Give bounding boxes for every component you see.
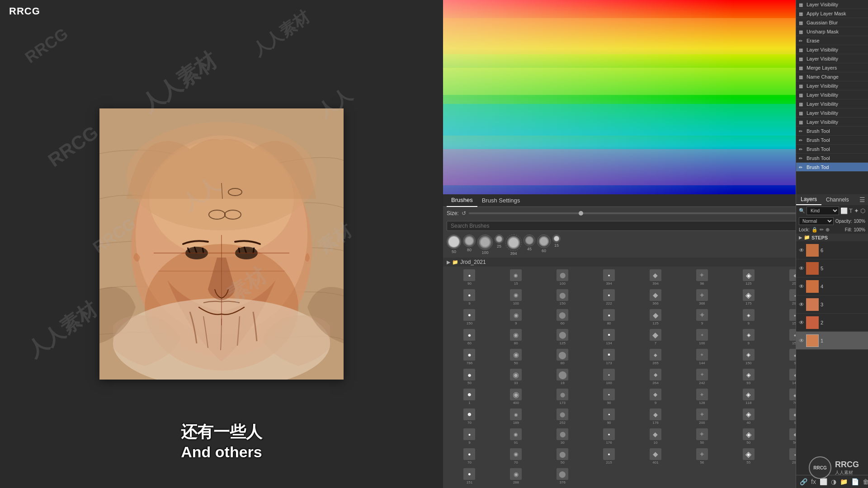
history-item-3[interactable]: Unsharp Mask: [796, 27, 868, 36]
brush-grid-item-2[interactable]: ⬤100: [540, 268, 585, 287]
layer-eye-1[interactable]: 👁: [799, 265, 804, 272]
history-item-6[interactable]: Layer Visibility: [796, 54, 868, 63]
layer-item-3[interactable]: 👁3: [796, 296, 868, 314]
brush-grid-item-27[interactable]: ●60: [447, 328, 492, 347]
brush-grid-item-41[interactable]: ✦144: [679, 348, 725, 367]
brush-grid-item-63[interactable]: ●70: [447, 408, 492, 427]
brush-grid-item-37[interactable]: ◉50: [493, 348, 539, 367]
brush-grid-item-40[interactable]: ◆265: [633, 348, 679, 367]
brush-grid-item-5[interactable]: ✦98: [679, 268, 725, 287]
history-item-14[interactable]: Brush Tool: [796, 127, 868, 136]
layer-item-4[interactable]: 👁2: [796, 314, 868, 332]
brush-grid-item-10[interactable]: ◉100: [493, 288, 539, 307]
brush-grid-item-66[interactable]: ▪90: [586, 408, 632, 427]
brush-grid-item-1[interactable]: ◉15: [493, 268, 539, 287]
brush-grid-item-77[interactable]: ✦50: [679, 427, 725, 446]
brush-grid-item-76[interactable]: ◆10: [633, 427, 679, 446]
brush-grid-item-12[interactable]: ▪222: [586, 288, 632, 307]
brush-grid-item-23[interactable]: ✦9: [679, 308, 725, 327]
brush-grid-item-57[interactable]: ▪90: [586, 388, 632, 407]
layer-filter-icon-3[interactable]: ✦: [854, 207, 859, 214]
layer-eye-3[interactable]: 👁: [799, 301, 804, 308]
layer-filter-icon-2[interactable]: T: [849, 207, 853, 214]
brush-grid-item-21[interactable]: ▪80: [586, 308, 632, 327]
brush-grid-item-78[interactable]: ◈50: [726, 427, 771, 446]
brush-grid-item-65[interactable]: ⬤252: [540, 408, 585, 427]
brush-grid-item-90[interactable]: ●151: [447, 467, 492, 486]
brush-grid-item-0[interactable]: ●90: [447, 268, 492, 287]
delete-layer-button[interactable]: 🗑: [862, 477, 868, 486]
history-item-15[interactable]: Brush Tool: [796, 136, 868, 145]
brush-preset-6[interactable]: 60: [537, 235, 551, 256]
lock-paint-icon[interactable]: ✏: [820, 227, 824, 233]
brush-grid-item-64[interactable]: ◉189: [493, 408, 539, 427]
brush-preset-5[interactable]: 45: [524, 235, 535, 256]
brush-grid-item-67[interactable]: ◆176: [633, 408, 679, 427]
brush-grid-item-74[interactable]: ⬤30: [540, 427, 585, 446]
history-item-5[interactable]: Layer Visibility: [796, 45, 868, 54]
brush-grid-item-29[interactable]: ⬤125: [540, 328, 585, 347]
tab-channels[interactable]: Channels: [821, 194, 854, 205]
history-item-10[interactable]: Layer Visibility: [796, 90, 868, 99]
brush-grid-item-82[interactable]: ◉70: [493, 447, 539, 466]
history-item-8[interactable]: Name Change: [796, 72, 868, 81]
brush-grid-item-85[interactable]: ◆401: [633, 447, 679, 466]
lock-position-icon[interactable]: ⊕: [826, 227, 830, 233]
brush-grid-item-32[interactable]: ✦100: [679, 328, 725, 347]
layers-kind-select[interactable]: Kind: [807, 206, 839, 215]
layer-item-0[interactable]: 👁6: [796, 241, 868, 259]
history-item-11[interactable]: Layer Visibility: [796, 99, 868, 108]
history-item-9[interactable]: Layer Visibility: [796, 81, 868, 90]
brush-grid-item-48[interactable]: ▪100: [586, 368, 632, 387]
brush-grid-item-6[interactable]: ◈125: [726, 268, 771, 287]
history-item-1[interactable]: Apply Layer Mask: [796, 9, 868, 18]
brush-grid-item-55[interactable]: ◉400: [493, 388, 539, 407]
layer-filter-icon-4[interactable]: ⬡: [860, 207, 865, 214]
brush-grid-item-69[interactable]: ◈40: [726, 408, 771, 427]
brush-grid-item-31[interactable]: ◆7: [633, 328, 679, 347]
brush-grid-item-3[interactable]: ▪394: [586, 268, 632, 287]
brush-grid-item-60[interactable]: ◈118: [726, 388, 771, 407]
brush-grid-item-33[interactable]: ◈9: [726, 328, 771, 347]
brush-grid-item-91[interactable]: ◉288: [493, 467, 539, 486]
brush-grid-item-13[interactable]: ◆366: [633, 288, 679, 307]
brush-grid-item-92[interactable]: ⬤376: [540, 467, 585, 486]
brush-grid-item-15[interactable]: ◈175: [726, 288, 771, 307]
brush-grid-item-28[interactable]: ◉80: [493, 328, 539, 347]
brush-grid-item-19[interactable]: ◉9: [493, 308, 539, 327]
brush-grid-item-72[interactable]: ●9: [447, 427, 492, 446]
brush-grid-item-59[interactable]: ✦128: [679, 388, 725, 407]
brush-grid-item-51[interactable]: ◈93: [726, 368, 771, 387]
brush-grid-item-20[interactable]: ⬤60: [540, 308, 585, 327]
brush-preset-0[interactable]: 50: [447, 235, 461, 256]
brush-grid-item-30[interactable]: ▪134: [586, 328, 632, 347]
brush-grid-item-14[interactable]: ✦366: [679, 288, 725, 307]
brush-grid-item-54[interactable]: ●1: [447, 388, 492, 407]
tab-brush-settings[interactable]: Brush Settings: [477, 194, 525, 207]
tab-layers[interactable]: Layers: [796, 194, 821, 205]
layer-eye-4[interactable]: 👁: [799, 319, 804, 326]
brush-preset-2[interactable]: 100: [477, 235, 493, 256]
history-item-4[interactable]: Erase: [796, 36, 868, 45]
lock-transparency-icon[interactable]: 🔒: [811, 227, 818, 233]
brush-grid-item-4[interactable]: ◆394: [633, 268, 679, 287]
brush-grid-item-83[interactable]: ⬤50: [540, 447, 585, 466]
brush-size-slider-track[interactable]: [469, 212, 835, 214]
layer-eye-2[interactable]: 👁: [799, 283, 804, 290]
brush-grid-item-39[interactable]: ▪173: [586, 348, 632, 367]
history-item-12[interactable]: Layer Visibility: [796, 108, 868, 117]
layers-panel-menu[interactable]: ☰: [857, 194, 868, 205]
brush-grid-item-73[interactable]: ◉91: [493, 427, 539, 446]
brush-preset-4[interactable]: 394: [505, 235, 522, 256]
brush-grid-item-84[interactable]: ▪215: [586, 447, 632, 466]
history-item-16[interactable]: Brush Tool: [796, 145, 868, 154]
brush-grid-item-47[interactable]: ⬤19: [540, 368, 585, 387]
brush-grid-item-68[interactable]: ✦200: [679, 408, 725, 427]
brush-grid-item-49[interactable]: ◆264: [633, 368, 679, 387]
brush-grid-item-81[interactable]: ●70: [447, 447, 492, 466]
brush-grid-item-75[interactable]: ▪176: [586, 427, 632, 446]
layer-item-5[interactable]: 👁1: [796, 332, 868, 350]
brush-grid-item-42[interactable]: ◈150: [726, 348, 771, 367]
brush-size-reset-button[interactable]: ↺: [462, 210, 466, 216]
brush-grid-item-24[interactable]: ◈9: [726, 308, 771, 327]
